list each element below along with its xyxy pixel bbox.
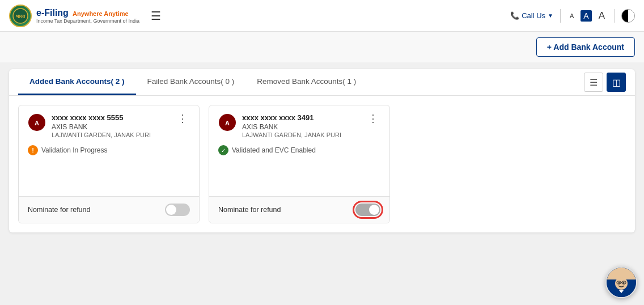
phone-icon: 📞 bbox=[510, 11, 519, 20]
tabs-row: Added Bank Accounts( 2 ) Failed Bank Acc… bbox=[9, 69, 635, 96]
status-text-1: Validation In Progress bbox=[41, 146, 108, 154]
axis-bank-logo-2: A bbox=[218, 113, 236, 132]
logo-subtitle: Income Tax Department, Government of Ind… bbox=[36, 18, 139, 24]
call-us-label: Call Us bbox=[522, 11, 545, 20]
nominate-label-2: Nominate for refund bbox=[218, 206, 281, 214]
bank-card-1: A xxxx xxxx xxxx 5555 AXIS BANK LAJWANTI… bbox=[18, 105, 200, 223]
bank-branch-2: LAJWANTI GARDEN, JANAK PURI bbox=[242, 132, 341, 138]
bank-card-2: A xxxx xxxx xxxx 3491 AXIS BANK LAJWANTI… bbox=[209, 105, 390, 223]
hamburger-menu[interactable]: ☰ bbox=[146, 7, 166, 25]
tab-removed[interactable]: Removed Bank Accounts( 1 ) bbox=[245, 69, 367, 95]
efiling-logo: e-Filing Anywhere Anytime bbox=[36, 8, 139, 18]
grid-icon: ◫ bbox=[612, 77, 621, 88]
svg-text:भारत: भारत bbox=[16, 14, 26, 19]
main-content: Added Bank Accounts( 2 ) Failed Bank Acc… bbox=[0, 62, 644, 239]
tab-added[interactable]: Added Bank Accounts( 2 ) bbox=[18, 69, 136, 95]
chevron-down-icon: ▼ bbox=[548, 12, 553, 19]
nominate-toggle-2[interactable] bbox=[355, 204, 380, 216]
success-icon-2: ✓ bbox=[218, 145, 228, 155]
card-2-more-button[interactable]: ⋮ bbox=[366, 113, 380, 124]
chatbot-avatar[interactable] bbox=[605, 266, 637, 298]
nominate-toggle-1[interactable] bbox=[165, 204, 190, 216]
status-row-1: ! Validation In Progress bbox=[28, 145, 190, 155]
bank-card-2-header: A xxxx xxxx xxxx 3491 AXIS BANK LAJWANTI… bbox=[218, 113, 380, 138]
view-toggle: ☰ ◫ bbox=[584, 73, 626, 92]
bank-details-1: xxxx xxxx xxxx 5555 AXIS BANK LAJWANTI G… bbox=[52, 113, 151, 138]
bank-branch-1: LAJWANTI GARDEN, JANAK PURI bbox=[52, 132, 151, 138]
tab-failed[interactable]: Failed Bank Accounts( 0 ) bbox=[136, 69, 246, 95]
svg-point-8 bbox=[623, 282, 625, 284]
bank-card-2-footer: Nominate for refund bbox=[209, 196, 389, 223]
bank-name-2: AXIS BANK bbox=[242, 123, 341, 131]
header-divider bbox=[560, 9, 561, 23]
bank-card-1-body: A xxxx xxxx xxxx 5555 AXIS BANK LAJWANTI… bbox=[19, 105, 199, 196]
contrast-toggle[interactable] bbox=[621, 9, 635, 23]
header-left: भारत e-Filing Anywhere Anytime Income Ta… bbox=[9, 5, 166, 27]
status-row-2: ✓ Validated and EVC Enabled bbox=[218, 145, 380, 155]
chatbot-image bbox=[607, 268, 636, 297]
add-bank-bar: + Add Bank Account bbox=[0, 32, 644, 62]
add-bank-account-button[interactable]: + Add Bank Account bbox=[536, 37, 635, 57]
card-1-more-button[interactable]: ⋮ bbox=[175, 113, 190, 124]
bank-card-1-header: A xxxx xxxx xxxx 5555 AXIS BANK LAJWANTI… bbox=[28, 113, 190, 138]
list-icon: ☰ bbox=[590, 77, 598, 88]
bank-card-1-footer: Nominate for refund bbox=[19, 196, 199, 223]
header-divider-2 bbox=[614, 9, 615, 23]
svg-text:A: A bbox=[35, 120, 39, 126]
header-right: 📞 Call Us ▼ A A A bbox=[510, 9, 635, 23]
bank-card-2-body: A xxxx xxxx xxxx 3491 AXIS BANK LAJWANTI… bbox=[209, 105, 389, 196]
logo-text: e-Filing Anywhere Anytime Income Tax Dep… bbox=[36, 8, 139, 24]
font-large-button[interactable]: A bbox=[596, 9, 607, 23]
govt-emblem: भारत bbox=[9, 5, 32, 27]
bank-info-row-1: A xxxx xxxx xxxx 5555 AXIS BANK LAJWANTI… bbox=[28, 113, 151, 138]
logo-area: भारत e-Filing Anywhere Anytime Income Ta… bbox=[9, 5, 139, 27]
bank-details-2: xxxx xxxx xxxx 3491 AXIS BANK LAJWANTI G… bbox=[242, 113, 341, 138]
font-medium-button[interactable]: A bbox=[581, 10, 591, 22]
account-number-2: xxxx xxxx xxxx 3491 bbox=[242, 113, 341, 122]
list-view-button[interactable]: ☰ bbox=[584, 73, 603, 92]
warning-icon-1: ! bbox=[28, 145, 38, 155]
bank-info-row-2: A xxxx xxxx xxxx 3491 AXIS BANK LAJWANTI… bbox=[218, 113, 341, 138]
status-text-2: Validated and EVC Enabled bbox=[232, 146, 316, 154]
font-controls: A A A bbox=[567, 9, 607, 23]
bank-accounts-card: Added Bank Accounts( 2 ) Failed Bank Acc… bbox=[9, 69, 635, 232]
call-us-button[interactable]: 📞 Call Us ▼ bbox=[510, 11, 553, 20]
font-small-button[interactable]: A bbox=[567, 11, 576, 20]
svg-text:A: A bbox=[225, 120, 230, 126]
nominate-label-1: Nominate for refund bbox=[28, 206, 90, 214]
svg-point-7 bbox=[618, 282, 620, 284]
account-number-1: xxxx xxxx xxxx 5555 bbox=[52, 113, 151, 122]
grid-view-button[interactable]: ◫ bbox=[607, 73, 626, 92]
bank-cards-grid: A xxxx xxxx xxxx 5555 AXIS BANK LAJWANTI… bbox=[9, 96, 635, 232]
axis-bank-logo-1: A bbox=[28, 113, 46, 132]
bank-name-1: AXIS BANK bbox=[52, 123, 151, 131]
tabs: Added Bank Accounts( 2 ) Failed Bank Acc… bbox=[18, 69, 367, 95]
header: भारत e-Filing Anywhere Anytime Income Ta… bbox=[0, 0, 644, 32]
